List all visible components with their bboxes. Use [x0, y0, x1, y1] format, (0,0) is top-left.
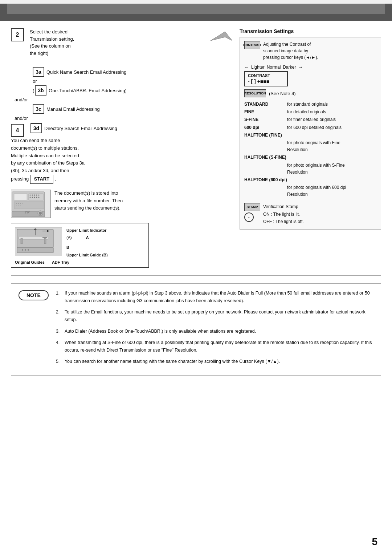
settings-label-600dpi: 600 dpi [244, 124, 284, 131]
adf-tray-box: Upper Limit Indicator (A) ——— A B Upper … [11, 223, 149, 268]
svg-point-7 [30, 197, 31, 198]
svg-point-6 [34, 194, 35, 195]
settings-row-standard: STANDARD for standard originals [244, 101, 376, 108]
adf-diagram-icon [15, 227, 62, 256]
resolution-row: RESOLUTION (See Note 4) [244, 89, 376, 97]
resolution-note: (See Note 4) [269, 91, 296, 96]
svg-point-24 [39, 212, 42, 215]
settings-row-sfine: S-FINE for finer detailed originals [244, 116, 376, 123]
settings-row-fine: FINE for detailed originals [244, 109, 376, 116]
svg-point-20 [16, 206, 17, 206]
step3c-text: Manual Email Addressing [46, 106, 100, 112]
andor-text-2: and/or [15, 116, 232, 121]
note-item-5: 5. You can search for another name start… [56, 358, 373, 365]
doc-stored-text: The document(s) is stored into memory wi… [54, 190, 232, 212]
page: 2 Select the desiredTransmission setting… [0, 4, 392, 555]
settings-row-halftone-sfine-desc: for photo originals with S-FineResolutio… [244, 162, 376, 176]
start-button-inline: START [30, 175, 53, 184]
stamp-button: STAMP [244, 203, 260, 211]
section-divider [11, 275, 381, 276]
svg-rect-15 [14, 202, 44, 209]
svg-point-17 [18, 203, 19, 204]
settings-row-halftone-fine: HALFTONE (FINE) [244, 132, 376, 139]
svg-point-22 [20, 206, 21, 206]
settings-label-halftone-fine: HALFTONE (FINE) [244, 132, 284, 139]
step3d-row: 3d Directory Search Email Addressing [30, 123, 117, 133]
top-bar-inner [7, 4, 385, 14]
svg-point-11 [36, 197, 37, 198]
svg-point-16 [16, 203, 17, 204]
settings-value-halftone-600-blank [290, 177, 376, 183]
note-num-5: 5. [56, 358, 62, 365]
svg-point-12 [38, 194, 40, 195]
step3b-row: ( 3b One-Touch/ABBR. Email Addressing) [33, 85, 232, 96]
contrast-display-title: CONTRAST [248, 73, 284, 78]
note-num-1: 1. [56, 289, 62, 305]
svg-point-5 [32, 194, 33, 195]
settings-value-halftone-sfine-desc: for photo originals with S-FineResolutio… [287, 162, 376, 176]
adf-bottom-labels: Original Guides ADF Tray [15, 260, 143, 264]
resolution-button: RESOLUTION [244, 89, 266, 97]
step2-arrow-icon [207, 30, 232, 44]
note-text-5: You can search for another name starting… [65, 358, 280, 365]
step4-3d-row: 4 3d Directory Search Email Addressing [11, 123, 232, 137]
adf-diagram [15, 227, 62, 256]
tx-settings-title: Transmission Settings [240, 28, 381, 34]
note-items: 1. If your machine sounds an alarm (pi-p… [56, 289, 373, 369]
step2-section: 2 Select the desiredTransmission setting… [11, 28, 232, 60]
tx-settings-box: CONTRAST Adjusting the Contrast of scann… [240, 37, 381, 230]
settings-label-fine: FINE [244, 109, 284, 116]
svg-rect-34 [44, 238, 46, 244]
stamp-description: Verification Stamp ON : The light is lit… [263, 203, 304, 225]
right-arrow-icon: → [298, 64, 303, 70]
darker-label: Darker [283, 65, 296, 70]
step3b-paren: ( [33, 88, 34, 93]
lighter-label: Lighter [251, 65, 265, 70]
svg-marker-0 [211, 32, 232, 41]
contrast-description: Adjusting the Contrast of scanned image … [263, 41, 376, 61]
step4-box: 4 [11, 124, 24, 137]
settings-value-600dpi: for 600 dpi detailed originals [287, 124, 376, 131]
settings-label-halftone-sfine: HALFTONE (S-FINE) [244, 154, 286, 161]
main-content: 2 Select the desiredTransmission setting… [0, 21, 392, 275]
multi-station-desc: You can send the same document(s) to mul… [11, 137, 232, 184]
contrast-row: CONTRAST Adjusting the Contrast of scann… [244, 41, 376, 61]
svg-point-9 [34, 197, 35, 198]
contrast-bar: - [ ] +■■■ [248, 78, 284, 84]
note-item-3: 3. Auto Dialer (Address Book or One-Touc… [56, 328, 373, 335]
svg-text:☞: ☞ [25, 210, 30, 216]
note-text-3: Auto Dialer (Address Book or One-Touch/A… [65, 328, 256, 335]
note-num-3: 3. [56, 328, 62, 335]
andor-text-1: and/or [15, 97, 232, 102]
settings-row-halftone-sfine: HALFTONE (S-FINE) [244, 154, 376, 161]
note-text-2: To utilize the Email functions, your mac… [65, 308, 373, 324]
settings-label-sfine: S-FINE [244, 116, 284, 123]
note-header-row: NOTE 1. If your machine sounds an alarm … [19, 289, 373, 369]
note-item-1: 1. If your machine sounds an alarm (pi-p… [56, 289, 373, 305]
note-num-2: 2. [56, 308, 62, 324]
upper-limit-indicator-label: Upper Limit Indicator [66, 227, 143, 234]
svg-point-36 [22, 249, 23, 251]
settings-value-sfine: for finer detailed originals [287, 116, 376, 123]
settings-table: STANDARD for standard originals FINE for… [244, 101, 376, 198]
settings-value-halftone-fine-blank [287, 132, 376, 139]
settings-value-standard: for standard originals [287, 101, 376, 108]
svg-point-38 [28, 249, 29, 251]
left-arrow-icon: ← [244, 64, 249, 70]
settings-value-halftone-sfine-blank [289, 154, 376, 161]
step3b-text: One-Touch/ABBR. Email Addressing) [49, 88, 127, 93]
or-text-1: or [33, 78, 232, 84]
svg-point-19 [23, 203, 23, 204]
svg-point-21 [18, 206, 19, 206]
step2-box: 2 [11, 28, 24, 41]
adf-tray-label: ADF Tray [52, 260, 69, 264]
settings-value-halftone-600-desc: for photo originals with 600 dpiResoluti… [287, 184, 376, 198]
step3a-row: 3a Quick Name Search Email Addressing [33, 67, 232, 77]
left-column: 2 Select the desiredTransmission setting… [11, 28, 232, 268]
step3c-row: 3c Manual Email Addressing [33, 104, 232, 114]
settings-value-fine: for detailed originals [287, 109, 376, 116]
settings-row-halftone-600-desc: for photo originals with 600 dpiResoluti… [244, 184, 376, 198]
settings-row-halftone-600: HALFTONE (600 dpi) [244, 177, 376, 183]
note-text-1: If your machine sounds an alarm (pi-pi-p… [65, 289, 373, 305]
adf-labels: Upper Limit Indicator (A) ——— A B Upper … [66, 227, 143, 259]
